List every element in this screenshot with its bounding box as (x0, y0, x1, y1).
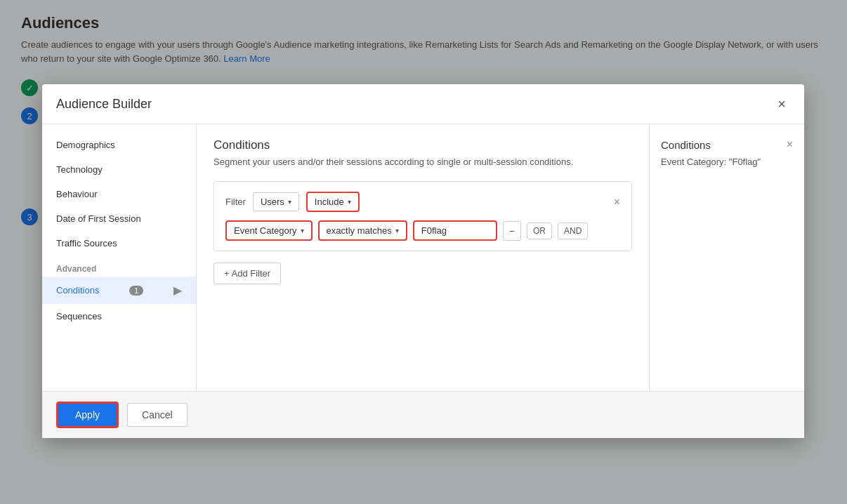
sidebar-item-conditions[interactable]: Conditions 1 ▶ (42, 277, 196, 304)
conditions-arrow-icon: ▶ (173, 284, 182, 297)
apply-button[interactable]: Apply (56, 402, 119, 428)
conditions-title: Conditions (214, 138, 632, 152)
match-type-dropdown[interactable]: exactly matches ▾ (318, 220, 407, 241)
filter-type-arrow-icon: ▾ (288, 198, 291, 206)
match-type-arrow-icon: ▾ (395, 227, 399, 234)
event-category-arrow-icon: ▾ (301, 227, 304, 234)
and-button[interactable]: AND (558, 223, 588, 239)
filter-remove-button[interactable]: × (614, 196, 620, 208)
right-panel-close-button[interactable]: × (787, 138, 793, 151)
conditions-badge: 1 (129, 286, 143, 296)
cancel-button[interactable]: Cancel (127, 403, 188, 427)
main-content: Conditions Segment your users and/or the… (197, 124, 650, 391)
include-arrow-icon: ▾ (348, 198, 351, 206)
audience-builder-modal: Audience Builder × Demographics Technolo… (42, 84, 804, 438)
filter-header: Filter Users ▾ Include ▾ × (225, 192, 620, 212)
sidebar: Demographics Technology Behaviour Date o… (42, 124, 197, 391)
sidebar-item-date-of-first-session[interactable]: Date of First Session (42, 206, 196, 231)
or-button[interactable]: OR (527, 223, 552, 239)
filter-label: Filter (225, 197, 246, 207)
include-dropdown[interactable]: Include ▾ (306, 192, 360, 212)
add-filter-button[interactable]: + Add Filter (214, 263, 281, 284)
sidebar-item-demographics[interactable]: Demographics (42, 133, 196, 157)
modal-body: Demographics Technology Behaviour Date o… (42, 124, 804, 391)
right-panel-header: Conditions × (661, 138, 793, 151)
right-panel-condition-item: Event Category: "F0flag" (661, 157, 793, 167)
sidebar-item-traffic-sources[interactable]: Traffic Sources (42, 231, 196, 256)
sidebar-item-behaviour[interactable]: Behaviour (42, 182, 196, 206)
filter-container: Filter Users ▾ Include ▾ × Event Categor… (214, 181, 632, 251)
sidebar-item-technology[interactable]: Technology (42, 157, 196, 182)
value-input[interactable] (413, 220, 497, 241)
condition-row: Event Category ▾ exactly matches ▾ − OR … (225, 220, 620, 241)
filter-type-dropdown[interactable]: Users ▾ (253, 192, 299, 211)
right-panel: Conditions × Event Category: "F0flag" (650, 124, 804, 391)
modal-footer: Apply Cancel (42, 391, 804, 438)
remove-condition-button[interactable]: − (503, 221, 521, 241)
conditions-description: Segment your users and/or their sessions… (214, 157, 632, 167)
modal-close-button[interactable]: × (773, 95, 790, 112)
modal-header: Audience Builder × (42, 84, 804, 124)
sidebar-item-sequences[interactable]: Sequences (42, 304, 196, 329)
advanced-section-label: Advanced (42, 256, 196, 277)
modal-title: Audience Builder (56, 97, 152, 112)
event-category-dropdown[interactable]: Event Category ▾ (225, 220, 313, 241)
